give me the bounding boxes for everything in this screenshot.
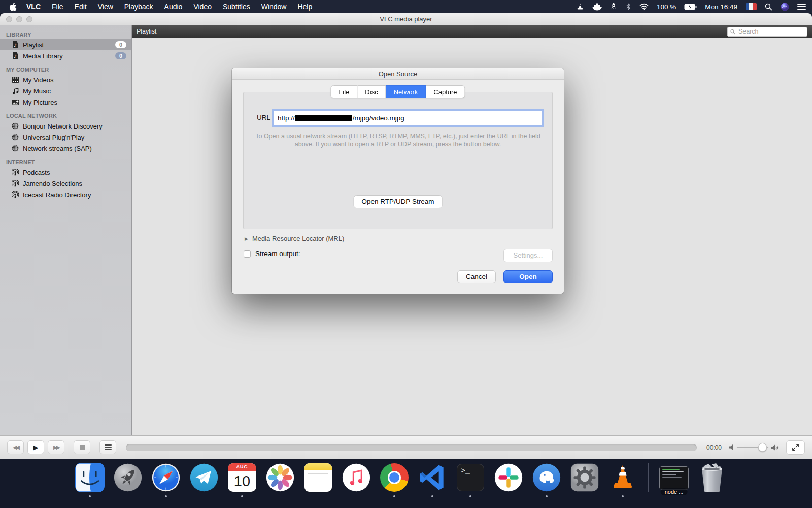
settings-button[interactable]: Settings... <box>503 249 553 262</box>
dock-item-finder[interactable] <box>74 462 106 493</box>
screen: VLC File Edit View Playback Audio Video … <box>0 0 812 508</box>
sidebar-section-my-computer: MY COMPUTER <box>0 61 131 74</box>
sidebar-item-my-pictures[interactable]: My Pictures <box>0 97 131 108</box>
stream-output-checkbox[interactable] <box>244 250 251 258</box>
open-rtp-udp-button[interactable]: Open RTP/UDP Stream <box>354 195 443 208</box>
running-indicator <box>393 495 395 497</box>
dock-item-notes[interactable] <box>302 462 334 493</box>
spotlight-search-icon[interactable] <box>765 3 772 11</box>
wifi-icon[interactable] <box>639 3 649 10</box>
notes-icon <box>304 463 332 492</box>
zoom-window-button[interactable] <box>26 16 32 22</box>
dock-item-rocket-app[interactable] <box>112 462 144 493</box>
search-icon <box>730 29 735 35</box>
dock-item-slack[interactable] <box>493 462 524 493</box>
search-field[interactable] <box>727 27 807 37</box>
svg-text:♪: ♪ <box>14 43 16 48</box>
rewind-button[interactable]: ◀◀ <box>7 440 24 454</box>
playlist-toggle-button[interactable] <box>99 440 116 454</box>
close-window-button[interactable] <box>6 16 12 22</box>
dock-item-system-preferences[interactable] <box>569 462 600 493</box>
mrl-disclosure[interactable]: ▶ Media Resource Locator (MRL) <box>245 235 344 242</box>
dock-item-safari[interactable] <box>150 462 182 493</box>
sidebar-item-sap[interactable]: Network streams (SAP) <box>0 143 131 154</box>
url-input[interactable]: http:///mjpg/video.mjpg <box>274 111 542 125</box>
svg-text:♪: ♪ <box>14 54 16 59</box>
menu-bar: VLC File Edit View Playback Audio Video … <box>0 0 812 13</box>
siri-icon[interactable] <box>781 3 789 11</box>
sidebar-item-jamendo[interactable]: Jamendo Selections <box>0 178 131 189</box>
dock-item-calendar[interactable]: AUG 10 <box>226 462 258 493</box>
docker-icon[interactable] <box>592 3 602 11</box>
podcast-icon <box>11 191 19 198</box>
vlc-cone-icon[interactable] <box>576 3 584 11</box>
tab-file[interactable]: File <box>330 85 357 98</box>
tab-disc[interactable]: Disc <box>357 85 386 98</box>
apple-menu-icon[interactable] <box>9 3 17 11</box>
keyboard-layout-flag-icon[interactable] <box>746 3 757 10</box>
sidebar-item-label: My Videos <box>23 76 53 84</box>
menu-help[interactable]: Help <box>292 0 318 13</box>
sidebar-item-my-music[interactable]: My Music <box>0 85 131 97</box>
seek-bar[interactable] <box>126 444 697 451</box>
menu-vlc[interactable]: VLC <box>21 0 46 13</box>
menu-subtitles[interactable]: Subtitles <box>217 0 256 13</box>
battery-percent: 100 % <box>657 3 676 11</box>
dock-item-trash[interactable] <box>696 462 728 493</box>
open-button[interactable]: Open <box>503 270 553 283</box>
sidebar-item-label: My Music <box>23 87 51 95</box>
player-controls: ◀◀ ▶ ▶▶ 00:00 <box>0 435 812 459</box>
fast-forward-icon: ▶▶ <box>53 444 59 450</box>
menu-view[interactable]: View <box>92 0 119 13</box>
running-indicator <box>165 495 167 497</box>
sidebar-item-icecast[interactable]: Icecast Radio Directory <box>0 189 131 200</box>
chrome-icon <box>380 463 409 492</box>
menu-window[interactable]: Window <box>256 0 292 13</box>
dock-item-postgres[interactable] <box>531 462 562 493</box>
dock-item-telegram[interactable] <box>188 462 220 493</box>
sidebar-item-bonjour[interactable]: Bonjour Network Discovery <box>0 120 131 132</box>
postgres-icon <box>532 463 561 492</box>
menu-audio[interactable]: Audio <box>159 0 188 13</box>
volume-max-icon[interactable] <box>771 444 779 451</box>
volume-knob[interactable] <box>758 443 767 452</box>
dock-item-music[interactable] <box>341 462 372 493</box>
playlist-header-title: Playlist <box>137 28 157 35</box>
dock-item-vscode[interactable] <box>417 462 448 493</box>
play-button[interactable]: ▶ <box>27 440 44 454</box>
tab-capture[interactable]: Capture <box>426 85 465 98</box>
fast-forward-button[interactable]: ▶▶ <box>48 440 64 454</box>
menu-playback[interactable]: Playback <box>119 0 159 13</box>
dock-item-vlc[interactable] <box>607 462 638 493</box>
cancel-button[interactable]: Cancel <box>457 270 496 283</box>
playlist-header: Playlist <box>132 25 812 38</box>
sidebar-item-my-videos[interactable]: My Videos <box>0 74 131 85</box>
dock-item-minimized-node-window[interactable]: node ... <box>658 462 690 493</box>
sidebar-item-media-library[interactable]: ♪ Media Library 0 <box>0 50 131 61</box>
podcast-icon <box>11 180 19 187</box>
search-input[interactable] <box>737 27 804 36</box>
disclosure-triangle-icon: ▶ <box>245 236 248 241</box>
menu-edit[interactable]: Edit <box>69 0 92 13</box>
menu-clock[interactable]: Mon 16:49 <box>705 3 737 11</box>
dialog-title: Open Source <box>232 68 564 80</box>
menu-file[interactable]: File <box>46 0 69 13</box>
stop-button[interactable] <box>74 440 90 454</box>
slack-icon <box>494 463 523 492</box>
dock-item-photos[interactable] <box>264 462 296 493</box>
minimize-window-button[interactable] <box>16 16 22 22</box>
sidebar-item-playlist[interactable]: ♪ Playlist 0 <box>0 39 131 50</box>
dock-item-chrome[interactable] <box>379 462 410 493</box>
volume-min-icon[interactable] <box>729 444 734 450</box>
notification-center-icon[interactable] <box>797 4 806 10</box>
sidebar-item-podcasts[interactable]: Podcasts <box>0 167 131 178</box>
rocket-status-icon[interactable] <box>610 3 617 11</box>
tab-network[interactable]: Network <box>386 85 426 98</box>
url-redaction-box <box>295 115 352 121</box>
sidebar-item-upnp[interactable]: Universal Plug'n'Play <box>0 132 131 143</box>
bluetooth-icon[interactable] <box>625 3 631 11</box>
fullscreen-button[interactable] <box>786 440 805 455</box>
menu-video[interactable]: Video <box>188 0 217 13</box>
volume-slider[interactable] <box>737 447 768 448</box>
dock-item-terminal[interactable]: >_ <box>455 462 486 493</box>
